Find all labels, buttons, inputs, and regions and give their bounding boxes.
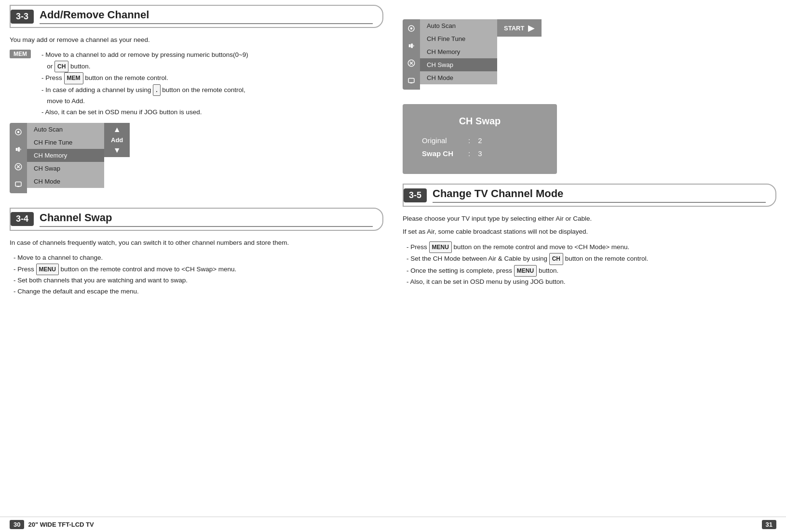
footer-right-page: 31 — [762, 520, 776, 529]
svg-point-8 — [410, 27, 413, 30]
svg-marker-10 — [411, 44, 413, 48]
svg-rect-5 — [15, 182, 21, 186]
swapch-label: Swap CH — [422, 149, 461, 158]
osd-menu-items-right-top: Auto Scan CH Fine Tune CH Memory CH Swap… — [420, 19, 497, 84]
section-34-title: Channel Swap — [40, 212, 373, 227]
menu-item-chmode-left[interactable]: CH Mode — [27, 175, 104, 188]
sidebar-icon-1 — [13, 127, 24, 137]
osd-sidebar-left — [10, 123, 27, 193]
sidebar-icon-r4 — [406, 75, 417, 86]
ch-button-s35: CH — [549, 253, 563, 265]
section-35-title: Change TV Channel Mode — [433, 187, 766, 203]
footer-left: 30 20" WIDE TFT-LCD TV — [10, 520, 94, 529]
start-label: START — [504, 25, 524, 32]
ch-swap-box-title: CH Swap — [422, 116, 538, 127]
action-label: Add — [111, 136, 123, 144]
sidebar-icon-4 — [13, 179, 24, 189]
s34-bullet-1: Move to a channel to change. — [14, 253, 383, 264]
svg-marker-3 — [18, 147, 20, 151]
bullet-3: In case of adding a channel by using . b… — [41, 84, 248, 107]
mem-button-label: MEM — [10, 50, 31, 58]
section-34-number: 3-4 — [11, 212, 34, 226]
menu-button-s35-2: MENU — [514, 265, 537, 277]
section-33-intro: You may add or remove a channel as your … — [10, 35, 383, 46]
s35-bullet-4: Also, it can be set in OSD menu by using… — [407, 277, 776, 288]
s34-bullet-3: Set both channels that you are watching … — [14, 275, 383, 286]
section-34-intro: In case of channels frequently watch, yo… — [10, 238, 383, 249]
s34-bullet-2: Press MENU button on the remote control … — [14, 264, 383, 275]
s35-bullet-3: Once the setting is complete, press MENU… — [407, 265, 776, 277]
sidebar-icon-r1 — [406, 23, 417, 34]
sidebar-icon-3 — [13, 161, 24, 172]
menu-item-chmemory-left[interactable]: CH Memory — [27, 149, 104, 162]
page-footer: 30 20" WIDE TFT-LCD TV 31 — [0, 517, 786, 532]
menu-item-chmemory-right[interactable]: CH Memory — [420, 45, 497, 58]
svg-marker-2 — [16, 148, 18, 151]
section-34-header: 3-4 Channel Swap — [10, 208, 383, 231]
menu-item-chswap-left[interactable]: CH Swap — [27, 162, 104, 175]
section-33-bullets: Move to a channel to add or remove by pr… — [38, 50, 248, 118]
osd-action-panel: ▲ Add ▼ — [104, 123, 130, 157]
sidebar-icon-2 — [13, 144, 24, 155]
bullet-2: Press MEM button on the remote control. — [41, 72, 248, 84]
section-33-number: 3-3 — [11, 10, 34, 24]
right-column: Auto Scan CH Fine Tune CH Memory CH Swap… — [393, 5, 776, 512]
section-33-header: 3-3 Add/Remove Channel — [10, 5, 383, 28]
sidebar-icon-r3 — [406, 58, 417, 68]
menu-item-autoscan-right[interactable]: Auto Scan — [420, 19, 497, 32]
svg-rect-13 — [410, 83, 413, 84]
section-35-header: 3-5 Change TV Channel Mode — [403, 184, 776, 207]
s34-bullet-4: Change the default and escape the menu. — [14, 286, 383, 297]
original-value: 2 — [478, 136, 482, 145]
left-column: 3-3 Add/Remove Channel You may add or re… — [10, 5, 393, 512]
sidebar-icon-r2 — [406, 40, 417, 51]
svg-point-1 — [17, 131, 20, 133]
osd-start-panel: START ▶ — [497, 19, 542, 37]
arrow-up-icon: ▲ — [113, 126, 121, 133]
footer-product-text: 20" WIDE TFT-LCD TV — [28, 521, 94, 528]
osd-menu-right-top: Auto Scan CH Fine Tune CH Memory CH Swap… — [403, 19, 776, 90]
menu-button-s35-1: MENU — [429, 241, 452, 253]
menu-item-autoscan-left[interactable]: Auto Scan — [27, 123, 104, 136]
menu-item-chswap-right[interactable]: CH Swap — [420, 58, 497, 71]
menu-item-chmode-right[interactable]: CH Mode — [420, 71, 497, 84]
section-33: 3-3 Add/Remove Channel You may add or re… — [10, 5, 383, 193]
swapch-colon: : — [468, 149, 470, 158]
menu-item-chfinetune-left[interactable]: CH Fine Tune — [27, 136, 104, 149]
arrow-down-icon: ▼ — [113, 146, 121, 154]
ch-button: CH — [54, 61, 68, 72]
dot-button: . — [153, 84, 160, 96]
bullet-4: Also, it can be set in OSD menu if JOG b… — [41, 107, 248, 118]
section-35-intro2: If set as Air, some cable broadcast stat… — [403, 226, 776, 238]
osd-top-right-section: Auto Scan CH Fine Tune CH Memory CH Swap… — [403, 14, 776, 90]
menu-item-chfinetune-right[interactable]: CH Fine Tune — [420, 32, 497, 45]
svg-rect-6 — [17, 186, 20, 187]
section-35-intro1: Please choose your TV input type by sele… — [403, 213, 776, 225]
bullet-1: Move to a channel to add or remove by pr… — [41, 50, 248, 72]
section-35: 3-5 Change TV Channel Mode Please choose… — [403, 184, 776, 288]
svg-marker-9 — [409, 44, 411, 47]
section-34-bullets: Move to a channel to change. Press MENU … — [10, 253, 383, 297]
original-colon: : — [468, 136, 470, 145]
ch-swap-row-swapch: Swap CH : 3 — [422, 149, 538, 158]
section-35-number: 3-5 — [404, 188, 427, 202]
s35-bullet-1: Press MENU button on the remote control … — [407, 241, 776, 253]
ch-swap-box: CH Swap Original : 2 Swap CH : 3 — [403, 104, 557, 174]
start-arrow-icon: ▶ — [528, 23, 535, 33]
menu-button-s34: MENU — [36, 264, 59, 275]
osd-menu-items-left: Auto Scan CH Fine Tune CH Memory CH Swap… — [27, 123, 104, 188]
svg-rect-12 — [408, 79, 414, 83]
footer-left-page: 30 — [10, 520, 24, 529]
mem-button-inline: MEM — [64, 72, 83, 84]
section-34: 3-4 Channel Swap In case of channels fre… — [10, 208, 383, 297]
osd-sidebar-right — [403, 19, 420, 90]
section-35-bullets: Press MENU button on the remote control … — [403, 241, 776, 288]
s35-bullet-2: Set the CH Mode between Air & Cable by u… — [407, 253, 776, 265]
section-33-title: Add/Remove Channel — [40, 9, 373, 24]
osd-menu-left: Auto Scan CH Fine Tune CH Memory CH Swap… — [10, 123, 383, 193]
swapch-value: 3 — [478, 149, 482, 158]
original-label: Original — [422, 136, 461, 145]
ch-swap-row-original: Original : 2 — [422, 136, 538, 145]
